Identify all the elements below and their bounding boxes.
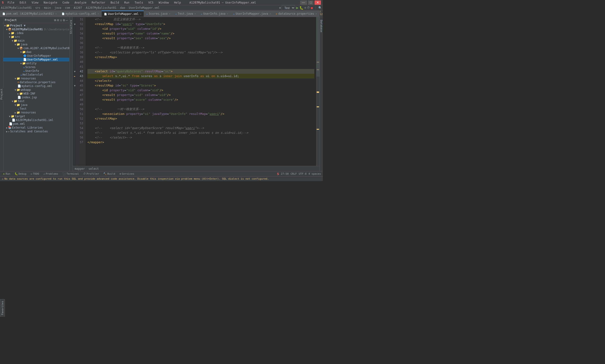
maximize-button[interactable]: □ xyxy=(308,0,314,5)
tree-module[interactable]: ▼ 📦 A1207MyBalischat01 D:\JavaEnterprise… xyxy=(3,27,69,31)
menu-window[interactable]: Window xyxy=(157,0,171,5)
tree-scratches[interactable]: ▶ ✏ Scratches and Consoles xyxy=(3,130,69,133)
sidebar-sort-icon[interactable]: ↕ xyxy=(60,18,62,22)
tree-test-resources[interactable]: ▶ 📁 resources xyxy=(3,111,69,114)
nav-java[interactable]: java xyxy=(54,6,61,10)
nav-a1207[interactable]: A1207 xyxy=(74,6,82,10)
project-panel-label[interactable]: Project xyxy=(0,88,3,101)
tree-iml[interactable]: 📄 A1207MyBalischat01.iml xyxy=(3,118,69,122)
tree-project-root[interactable]: ▼ 📁 Project ▼ xyxy=(3,24,69,27)
menu-help[interactable]: Help xyxy=(172,0,183,5)
menu-build[interactable]: Build xyxy=(109,0,121,5)
tab-test[interactable]: ☕ Test.java × xyxy=(173,11,198,17)
nav-project[interactable]: A1207MyBalischat01 xyxy=(1,6,32,10)
breadcrumb-select[interactable]: select xyxy=(89,167,99,170)
settings-icon[interactable]: ⚙ xyxy=(279,6,281,10)
nav-main[interactable]: main xyxy=(44,6,51,10)
tree-userinfo[interactable]: ☕ UserInfo xyxy=(3,69,69,73)
menu-edit[interactable]: Edit xyxy=(18,0,28,5)
debug-status-btn[interactable]: 🐛 Debug xyxy=(13,172,28,175)
tree-package[interactable]: ▼ 📦 com.A1207.A1207MyBalischat01 xyxy=(3,46,69,50)
menu-run[interactable]: Run xyxy=(122,0,131,5)
tree-entity[interactable]: ▼ 📁 entity xyxy=(3,62,69,65)
menu-vcs[interactable]: VCS xyxy=(146,0,155,5)
menu-tools[interactable]: Tools xyxy=(133,0,145,5)
tree-dao[interactable]: ▼ 📁 dao xyxy=(3,50,69,54)
tree-src[interactable]: ▼ 📁 src xyxy=(3,35,69,39)
build-status-btn[interactable]: 🔨 Build xyxy=(102,172,116,175)
sidebar-expand-icon[interactable]: ⊞ xyxy=(54,18,56,22)
scroll-thumb[interactable] xyxy=(316,17,320,77)
menu-view[interactable]: View xyxy=(30,0,40,5)
tree-helloServlet[interactable]: ☕ HelloServlet xyxy=(3,73,69,77)
tab-userinfoMapper-xml-close[interactable]: × xyxy=(140,13,141,15)
fold-arrow-42[interactable]: ▼ xyxy=(74,70,75,73)
search-icon[interactable]: 🔍 xyxy=(318,6,322,10)
indent-indicator[interactable]: 4 spaces xyxy=(309,172,321,175)
position-indicator[interactable]: 27:50 xyxy=(281,172,289,175)
todo-status-btn[interactable]: ☑ TODO xyxy=(29,172,41,175)
nav-dao[interactable]: dao xyxy=(120,6,125,10)
run-button[interactable]: ▶ xyxy=(296,5,298,10)
tab-userinfoMapper-java[interactable]: ☕ UserInfoMapper.java × xyxy=(231,11,273,17)
tree-resources[interactable]: ▼ 📁 resources xyxy=(3,77,69,80)
problems-status-btn[interactable]: ⚠ Problems xyxy=(42,172,60,175)
menu-refactor[interactable]: Refactor xyxy=(90,0,107,5)
coverage-button[interactable]: ⊙ xyxy=(304,6,306,10)
services-status-btn[interactable]: ⚙ Services xyxy=(118,172,136,175)
warnings-badge[interactable]: △ 12 ▼ 4 xyxy=(320,12,323,17)
close-button[interactable]: ✕ xyxy=(315,0,321,5)
tree-pom[interactable]: 📄 pom.xml xyxy=(3,122,69,126)
nav-module[interactable]: A1207MyBalischat01 xyxy=(86,6,116,10)
debug-button[interactable]: 🐛 xyxy=(299,6,303,10)
right-scrollbar[interactable] xyxy=(316,17,320,166)
tree-datasource[interactable]: ⚙ dataSource.properties xyxy=(3,80,69,84)
profile-button[interactable]: ⏱ xyxy=(307,6,310,10)
code-editor[interactable]: <!-- 自定义映射文件--> <resultMap id="useri" ty… xyxy=(86,17,316,166)
tree-userinfoMapper-xml[interactable]: 📄 UserInfoMapper.xml xyxy=(3,58,69,62)
tree-java[interactable]: ▼ 📁 java xyxy=(3,42,69,46)
fold-arrow-32[interactable]: ▼ xyxy=(74,23,75,26)
tab-scores[interactable]: ☕ Scores.java × xyxy=(144,11,173,17)
tab-mybatis[interactable]: 📄 mybatis-config.xml × xyxy=(59,11,102,17)
menu-analyze[interactable]: Analyze xyxy=(73,0,88,5)
database-panel-label[interactable]: Database xyxy=(319,19,323,33)
tree-ext-libs[interactable]: ▶ 📚 External Libraries xyxy=(3,126,69,130)
tab-test-close[interactable]: × xyxy=(194,13,196,15)
tree-mybatis-config[interactable]: 📄 mybatis-config.xml xyxy=(3,84,69,88)
nav-src[interactable]: src xyxy=(35,6,40,10)
profiler-status-btn[interactable]: ⏱ Profiler xyxy=(82,172,101,175)
menu-file[interactable]: File xyxy=(6,0,16,5)
tree-test-java[interactable]: ▼ 📁 java xyxy=(3,103,69,107)
stop-button[interactable]: ■ xyxy=(311,6,313,10)
nav-file[interactable]: UserInfoMapper.xml xyxy=(129,6,159,10)
tab-datasource[interactable]: ⚙ dataSource.properties × xyxy=(273,11,320,17)
tab-mybatis-close[interactable]: × xyxy=(98,13,99,15)
tab-userinfo-close[interactable]: × xyxy=(227,13,228,15)
tree-scores[interactable]: ☕ Scores xyxy=(3,65,69,69)
menu-code[interactable]: Code xyxy=(61,0,71,5)
minimize-button[interactable]: — xyxy=(300,0,307,5)
tree-userinfoMapper-interface[interactable]: 🔷 UserInfoMapper xyxy=(3,54,69,58)
tree-indexjsp[interactable]: 📄 index.jsp xyxy=(3,95,69,99)
tab-userinfoMapper-xml[interactable]: 📄 UserInfoMapper.xml × xyxy=(102,11,144,17)
sidebar-close-icon[interactable]: — xyxy=(66,18,68,22)
terminal-status-btn[interactable]: ⬛ Terminal xyxy=(61,172,80,175)
nav-com[interactable]: com xyxy=(65,6,70,10)
tab-userinfoMapper-java-close[interactable]: × xyxy=(270,13,271,15)
run-status-btn[interactable]: ▶ Run xyxy=(2,172,12,175)
tab-pom[interactable]: 📄 pom.xml (A1207MyBalischat01) × xyxy=(0,11,59,17)
tab-datasource-close[interactable]: × xyxy=(316,13,317,15)
breadcrumb-mapper[interactable]: mapper xyxy=(75,167,85,170)
sidebar-collapse-icon[interactable]: ⊟ xyxy=(57,18,59,22)
tab-pom-close[interactable]: × xyxy=(55,13,57,15)
tree-test-class[interactable]: ☕ Test xyxy=(3,107,69,111)
structure-panel-label[interactable]: Structure xyxy=(69,19,73,35)
menu-navigate[interactable]: Navigate xyxy=(42,0,59,5)
tree-target[interactable]: ▼ 📁 target xyxy=(3,114,69,118)
line-ending-indicator[interactable]: CRLF xyxy=(290,172,297,175)
tree-webinf[interactable]: ▶ 📁 WEB-INF xyxy=(3,92,69,95)
bookmark-43[interactable]: ► xyxy=(74,75,75,78)
sidebar-settings-icon[interactable]: ⚙ xyxy=(63,18,65,22)
run-config-select[interactable]: Test xyxy=(282,5,295,10)
